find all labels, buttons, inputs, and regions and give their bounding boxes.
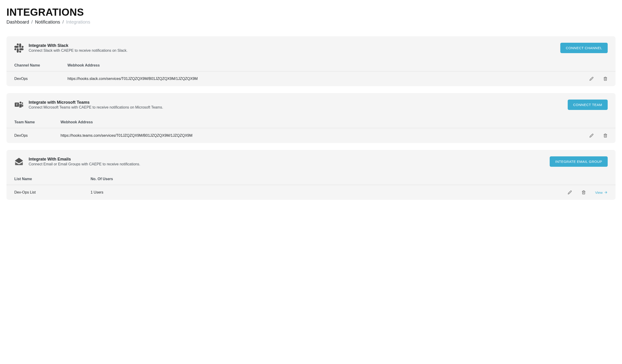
svg-point-5 xyxy=(22,102,23,104)
breadcrumb-current: Integrations xyxy=(66,19,90,25)
slack-col-channel-name: Channel Name xyxy=(14,63,67,67)
teams-row-name: DevOps xyxy=(14,134,60,138)
integrate-email-group-button[interactable]: INTEGRATE EMAIL GROUP xyxy=(550,156,608,167)
edit-icon[interactable] xyxy=(567,190,572,195)
teams-table-header: Team Name Webhook Address xyxy=(6,116,616,128)
teams-card: T Integrate with Microsoft Teams Connect… xyxy=(6,93,616,143)
slack-card-header: Integrate With Slack Connect Slack with … xyxy=(6,36,616,59)
emails-title: Integrate With Emails xyxy=(29,157,140,162)
table-row: DevOps https://hooks.teams.com/services/… xyxy=(6,128,616,143)
slack-title: Integrate With Slack xyxy=(29,43,128,48)
breadcrumb-dashboard[interactable]: Dashboard xyxy=(6,19,29,25)
emails-col-users: No. Of Users xyxy=(91,177,543,181)
connect-channel-button[interactable]: CONNECT CHANNEL xyxy=(560,43,608,53)
breadcrumb-notifications[interactable]: Notifications xyxy=(35,19,60,25)
edit-icon[interactable] xyxy=(589,77,594,81)
emails-table: List Name No. Of Users Dev-Ops List 1 Us… xyxy=(6,173,616,200)
emails-row-name: Dev-Ops List xyxy=(14,190,91,194)
slack-table: Channel Name Webhook Address DevOps http… xyxy=(6,59,616,86)
slack-desc: Connect Slack with CAEPE to receive noti… xyxy=(29,49,128,53)
delete-icon[interactable] xyxy=(603,77,608,81)
emails-card-header: Integrate With Emails Connect Email or E… xyxy=(6,150,616,173)
page-title: INTEGRATIONS xyxy=(6,6,616,18)
teams-card-header: T Integrate with Microsoft Teams Connect… xyxy=(6,93,616,116)
slack-row-name: DevOps xyxy=(14,77,67,81)
svg-text:T: T xyxy=(16,103,18,106)
table-row: DevOps https://hooks.slack.com/services/… xyxy=(6,71,616,86)
teams-icon: T xyxy=(14,100,23,110)
emails-row-users: 1 Users xyxy=(91,190,543,194)
emails-table-header: List Name No. Of Users xyxy=(6,173,616,185)
slack-card: Integrate With Slack Connect Slack with … xyxy=(6,36,616,86)
teams-row-webhook: https://hooks.teams.com/services/T01JZQZ… xyxy=(60,134,575,138)
teams-col-team-name: Team Name xyxy=(14,120,60,124)
arrow-right-icon xyxy=(604,191,608,194)
slack-col-webhook: Webhook Address xyxy=(67,63,575,67)
slack-table-header: Channel Name Webhook Address xyxy=(6,59,616,71)
teams-col-webhook: Webhook Address xyxy=(60,120,575,124)
emails-desc: Connect Email or Email Groups with CAEPE… xyxy=(29,162,140,166)
svg-point-4 xyxy=(20,101,21,103)
breadcrumb-sep: / xyxy=(62,19,64,25)
slack-icon xyxy=(14,43,23,53)
delete-icon[interactable] xyxy=(603,133,608,138)
teams-table: Team Name Webhook Address DevOps https:/… xyxy=(6,116,616,143)
emails-card: Integrate With Emails Connect Email or E… xyxy=(6,150,616,200)
emails-col-list-name: List Name xyxy=(14,177,91,181)
edit-icon[interactable] xyxy=(589,133,594,138)
teams-title: Integrate with Microsoft Teams xyxy=(29,100,163,105)
delete-icon[interactable] xyxy=(581,190,586,195)
view-link[interactable]: View xyxy=(595,191,608,194)
slack-row-webhook: https://hooks.slack.com/services/T01JZQZ… xyxy=(67,77,575,81)
view-label: View xyxy=(595,191,603,194)
connect-team-button[interactable]: CONNECT TEAM xyxy=(568,99,608,110)
email-icon xyxy=(14,157,23,166)
breadcrumb-sep: / xyxy=(31,19,33,25)
table-row: Dev-Ops List 1 Users View xyxy=(6,185,616,200)
teams-desc: Connect Microsoft Teams with CAEPE to re… xyxy=(29,105,163,110)
breadcrumb: Dashboard / Notifications / Integrations xyxy=(6,19,616,25)
